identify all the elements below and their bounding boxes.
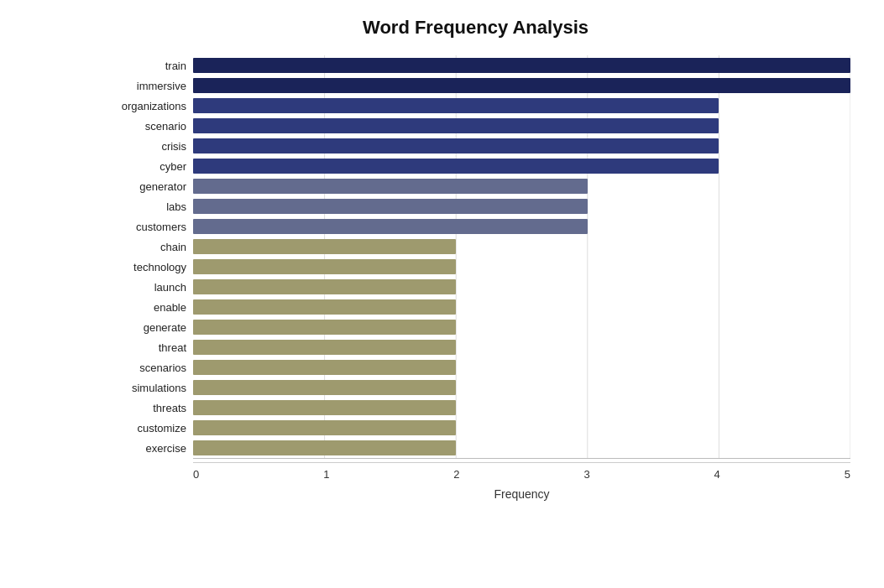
bar-label: generate	[101, 321, 193, 334]
bar-row: enable	[193, 297, 850, 317]
bar-label: customize	[101, 422, 193, 434]
bar-label: cyber	[101, 160, 193, 173]
x-tick: 4	[714, 468, 720, 481]
bar-label: launch	[101, 281, 193, 294]
bar-label: crisis	[101, 140, 193, 153]
bar	[193, 199, 588, 214]
bar	[193, 98, 719, 113]
x-tick: 0	[193, 468, 199, 481]
bar	[193, 78, 850, 93]
bar	[193, 440, 456, 455]
bar	[193, 320, 456, 335]
bar	[193, 138, 719, 154]
bar-row: generate	[193, 317, 850, 337]
bar-row: train	[193, 55, 850, 75]
x-axis: 012345	[193, 462, 850, 481]
bar	[193, 360, 456, 375]
bar-row: labs	[193, 196, 850, 216]
bar-row: technology	[193, 257, 850, 277]
bar	[193, 159, 719, 174]
bar	[193, 400, 456, 415]
bar-row: chain	[193, 237, 850, 257]
bar	[193, 299, 456, 315]
bar-label: scenarios	[101, 362, 193, 374]
chart-title: Word Frequency Analysis	[101, 17, 850, 39]
x-tick: 5	[845, 468, 850, 481]
bar	[193, 118, 719, 133]
bar	[193, 58, 850, 73]
bar-label: technology	[101, 261, 193, 273]
bar	[193, 179, 588, 194]
bar-label: simulations	[101, 382, 193, 394]
bar-row: customers	[193, 216, 850, 237]
bar-row: threat	[193, 337, 850, 357]
bar-label: threats	[101, 402, 193, 414]
bar-row: threats	[193, 398, 850, 418]
bar-row: crisis	[193, 136, 850, 156]
bar-label: customers	[101, 221, 193, 233]
bar-label: scenario	[101, 120, 193, 133]
bar-label: organizations	[101, 100, 193, 112]
bar-row: organizations	[193, 96, 850, 116]
bar-label: threat	[101, 341, 193, 354]
x-tick: 3	[583, 468, 589, 481]
bar	[193, 219, 588, 234]
bar-row: launch	[193, 277, 850, 297]
bar-row: exercise	[193, 438, 850, 458]
bar-row: immersive	[193, 75, 850, 96]
x-tick: 1	[323, 468, 329, 481]
bar	[193, 340, 456, 355]
bar-row: customize	[193, 418, 850, 438]
bar	[193, 239, 456, 254]
bars-wrapper: trainimmersiveorganizationsscenariocrisi…	[193, 55, 850, 458]
bar	[193, 380, 456, 395]
bar-row: cyber	[193, 156, 850, 176]
bar-label: exercise	[101, 442, 193, 455]
bar-row: scenario	[193, 116, 850, 136]
bar-row: generator	[193, 176, 850, 196]
bar-row: simulations	[193, 377, 850, 398]
bar	[193, 259, 456, 274]
bar-label: labs	[101, 200, 193, 213]
bar	[193, 420, 456, 435]
x-tick: 2	[453, 468, 459, 481]
bar-label: enable	[101, 301, 193, 314]
chart-container: Word Frequency Analysis trainimmersiveor…	[0, 0, 884, 588]
x-axis-label: Frequency	[193, 487, 850, 501]
bar-label: train	[101, 60, 193, 72]
bar-label: immersive	[101, 80, 193, 92]
bar-label: chain	[101, 241, 193, 253]
bar-label: generator	[101, 180, 193, 193]
bar-row: scenarios	[193, 357, 850, 377]
bar	[193, 279, 456, 294]
